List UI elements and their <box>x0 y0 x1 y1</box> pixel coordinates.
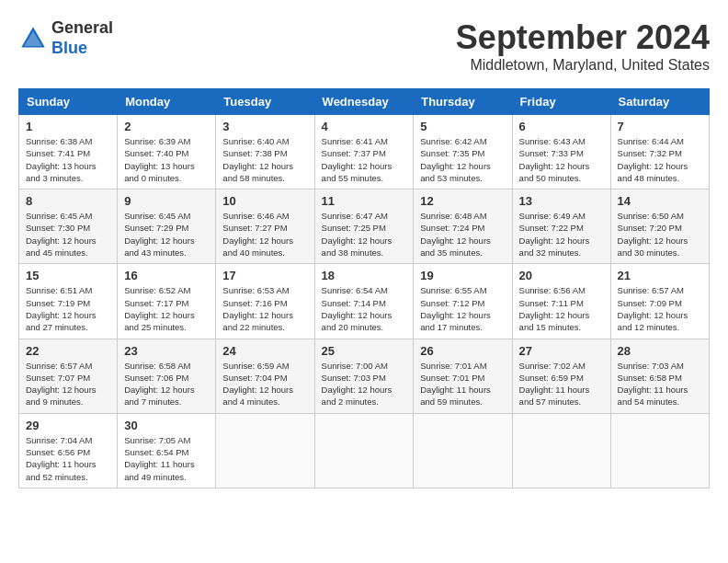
day-info: Sunrise: 6:58 AM Sunset: 7:06 PM Dayligh… <box>124 360 209 408</box>
day-info: Sunrise: 6:57 AM Sunset: 7:07 PM Dayligh… <box>26 360 110 408</box>
day-info: Sunrise: 6:40 AM Sunset: 7:38 PM Dayligh… <box>222 135 307 184</box>
day-info: Sunrise: 6:54 AM Sunset: 7:14 PM Dayligh… <box>322 284 407 333</box>
calendar-day-cell: 19 Sunrise: 6:55 AM Sunset: 7:12 PM Dayl… <box>414 264 512 339</box>
day-info: Sunrise: 7:03 AM Sunset: 6:58 PM Dayligh… <box>618 360 702 408</box>
day-number: 20 <box>519 269 604 282</box>
day-number: 26 <box>420 344 505 358</box>
page-header: General Blue September 2024 Middletown, … <box>18 18 710 74</box>
day-number: 14 <box>618 194 702 208</box>
calendar-day-cell: 9 Sunrise: 6:45 AM Sunset: 7:29 PM Dayli… <box>118 190 216 264</box>
day-info: Sunrise: 6:39 AM Sunset: 7:40 PM Dayligh… <box>124 135 209 184</box>
calendar-day-cell: 7 Sunrise: 6:44 AM Sunset: 7:32 PM Dayli… <box>610 115 709 190</box>
calendar-day-cell: 10 Sunrise: 6:46 AM Sunset: 7:27 PM Dayl… <box>216 190 314 264</box>
calendar-day-cell: 13 Sunrise: 6:49 AM Sunset: 7:22 PM Dayl… <box>512 190 610 264</box>
day-info: Sunrise: 6:38 AM Sunset: 7:41 PM Dayligh… <box>26 135 110 184</box>
calendar-day-cell: 25 Sunrise: 7:00 AM Sunset: 7:03 PM Dayl… <box>314 339 414 413</box>
day-number: 25 <box>322 344 407 358</box>
calendar-day-cell: 16 Sunrise: 6:52 AM Sunset: 7:17 PM Dayl… <box>118 264 216 339</box>
day-number: 21 <box>618 269 702 282</box>
day-info: Sunrise: 6:46 AM Sunset: 7:27 PM Dayligh… <box>222 210 307 259</box>
day-info: Sunrise: 6:45 AM Sunset: 7:30 PM Dayligh… <box>26 210 110 259</box>
day-info: Sunrise: 6:48 AM Sunset: 7:24 PM Dayligh… <box>420 210 505 259</box>
day-info: Sunrise: 6:45 AM Sunset: 7:29 PM Dayligh… <box>124 210 209 259</box>
day-number: 29 <box>26 419 110 432</box>
weekday-header: Monday <box>118 89 216 115</box>
day-info: Sunrise: 6:47 AM Sunset: 7:25 PM Dayligh… <box>322 210 407 259</box>
day-number: 9 <box>124 194 209 208</box>
day-number: 18 <box>322 269 407 282</box>
day-number: 8 <box>26 194 110 208</box>
calendar-day-cell: 18 Sunrise: 6:54 AM Sunset: 7:14 PM Dayl… <box>314 264 414 339</box>
calendar-day-cell: 17 Sunrise: 6:53 AM Sunset: 7:16 PM Dayl… <box>216 264 314 339</box>
title-block: September 2024 Middletown, Maryland, Uni… <box>456 18 710 74</box>
calendar-day-cell: 6 Sunrise: 6:43 AM Sunset: 7:33 PM Dayli… <box>512 115 610 190</box>
logo-icon <box>18 24 48 53</box>
calendar-day-cell <box>414 413 512 488</box>
logo-blue-text: Blue <box>51 39 87 57</box>
calendar-week-row: 8 Sunrise: 6:45 AM Sunset: 7:30 PM Dayli… <box>19 190 710 264</box>
weekday-header: Wednesday <box>314 89 414 115</box>
day-number: 4 <box>322 120 407 133</box>
calendar-day-cell: 26 Sunrise: 7:01 AM Sunset: 7:01 PM Dayl… <box>414 339 512 413</box>
calendar-day-cell: 28 Sunrise: 7:03 AM Sunset: 6:58 PM Dayl… <box>610 339 709 413</box>
day-info: Sunrise: 6:52 AM Sunset: 7:17 PM Dayligh… <box>124 284 209 333</box>
day-number: 5 <box>420 120 505 133</box>
day-info: Sunrise: 7:00 AM Sunset: 7:03 PM Dayligh… <box>322 360 407 408</box>
calendar-week-row: 15 Sunrise: 6:51 AM Sunset: 7:19 PM Dayl… <box>19 264 710 339</box>
weekday-header: Sunday <box>19 89 118 115</box>
day-number: 27 <box>519 344 604 358</box>
day-info: Sunrise: 6:43 AM Sunset: 7:33 PM Dayligh… <box>519 135 604 184</box>
calendar-day-cell: 2 Sunrise: 6:39 AM Sunset: 7:40 PM Dayli… <box>118 115 216 190</box>
calendar-day-cell <box>314 413 414 488</box>
day-number: 19 <box>420 269 505 282</box>
month-title: September 2024 <box>456 18 710 57</box>
weekday-header: Tuesday <box>216 89 314 115</box>
calendar-day-cell: 4 Sunrise: 6:41 AM Sunset: 7:37 PM Dayli… <box>314 115 414 190</box>
day-info: Sunrise: 6:59 AM Sunset: 7:04 PM Dayligh… <box>222 360 307 408</box>
calendar-day-cell <box>610 413 709 488</box>
calendar-day-cell: 3 Sunrise: 6:40 AM Sunset: 7:38 PM Dayli… <box>216 115 314 190</box>
day-info: Sunrise: 6:41 AM Sunset: 7:37 PM Dayligh… <box>322 135 407 184</box>
logo: General Blue <box>18 18 113 58</box>
calendar-day-cell: 29 Sunrise: 7:04 AM Sunset: 6:56 PM Dayl… <box>19 413 118 488</box>
day-info: Sunrise: 6:57 AM Sunset: 7:09 PM Dayligh… <box>618 284 702 333</box>
day-number: 6 <box>519 120 604 133</box>
day-number: 15 <box>26 269 110 282</box>
day-info: Sunrise: 7:05 AM Sunset: 6:54 PM Dayligh… <box>124 434 209 483</box>
day-number: 30 <box>124 419 209 432</box>
day-number: 13 <box>519 194 604 208</box>
day-number: 17 <box>222 269 307 282</box>
day-number: 28 <box>618 344 702 358</box>
calendar-day-cell: 22 Sunrise: 6:57 AM Sunset: 7:07 PM Dayl… <box>19 339 118 413</box>
calendar-day-cell: 21 Sunrise: 6:57 AM Sunset: 7:09 PM Dayl… <box>610 264 709 339</box>
day-info: Sunrise: 6:44 AM Sunset: 7:32 PM Dayligh… <box>618 135 702 184</box>
day-number: 2 <box>124 120 209 133</box>
calendar-day-cell: 5 Sunrise: 6:42 AM Sunset: 7:35 PM Dayli… <box>414 115 512 190</box>
day-number: 11 <box>322 194 407 208</box>
day-info: Sunrise: 6:42 AM Sunset: 7:35 PM Dayligh… <box>420 135 505 184</box>
day-info: Sunrise: 6:50 AM Sunset: 7:20 PM Dayligh… <box>618 210 702 259</box>
day-number: 23 <box>124 344 209 358</box>
day-number: 1 <box>26 120 110 133</box>
day-number: 12 <box>420 194 505 208</box>
day-number: 22 <box>26 344 110 358</box>
day-info: Sunrise: 7:01 AM Sunset: 7:01 PM Dayligh… <box>420 360 505 408</box>
logo-general-text: General <box>51 18 113 37</box>
calendar-day-cell <box>512 413 610 488</box>
day-info: Sunrise: 6:55 AM Sunset: 7:12 PM Dayligh… <box>420 284 505 333</box>
calendar-day-cell: 20 Sunrise: 6:56 AM Sunset: 7:11 PM Dayl… <box>512 264 610 339</box>
day-info: Sunrise: 7:02 AM Sunset: 6:59 PM Dayligh… <box>519 360 604 408</box>
calendar-day-cell: 14 Sunrise: 6:50 AM Sunset: 7:20 PM Dayl… <box>610 190 709 264</box>
calendar-day-cell: 27 Sunrise: 7:02 AM Sunset: 6:59 PM Dayl… <box>512 339 610 413</box>
calendar-body: 1 Sunrise: 6:38 AM Sunset: 7:41 PM Dayli… <box>19 115 710 488</box>
calendar-day-cell: 24 Sunrise: 6:59 AM Sunset: 7:04 PM Dayl… <box>216 339 314 413</box>
calendar-day-cell: 1 Sunrise: 6:38 AM Sunset: 7:41 PM Dayli… <box>19 115 118 190</box>
day-number: 16 <box>124 269 209 282</box>
day-info: Sunrise: 7:04 AM Sunset: 6:56 PM Dayligh… <box>26 434 110 483</box>
day-info: Sunrise: 6:53 AM Sunset: 7:16 PM Dayligh… <box>222 284 307 333</box>
calendar-week-row: 22 Sunrise: 6:57 AM Sunset: 7:07 PM Dayl… <box>19 339 710 413</box>
day-info: Sunrise: 6:51 AM Sunset: 7:19 PM Dayligh… <box>26 284 110 333</box>
calendar-day-cell: 8 Sunrise: 6:45 AM Sunset: 7:30 PM Dayli… <box>19 190 118 264</box>
day-number: 24 <box>222 344 307 358</box>
calendar-day-cell: 12 Sunrise: 6:48 AM Sunset: 7:24 PM Dayl… <box>414 190 512 264</box>
